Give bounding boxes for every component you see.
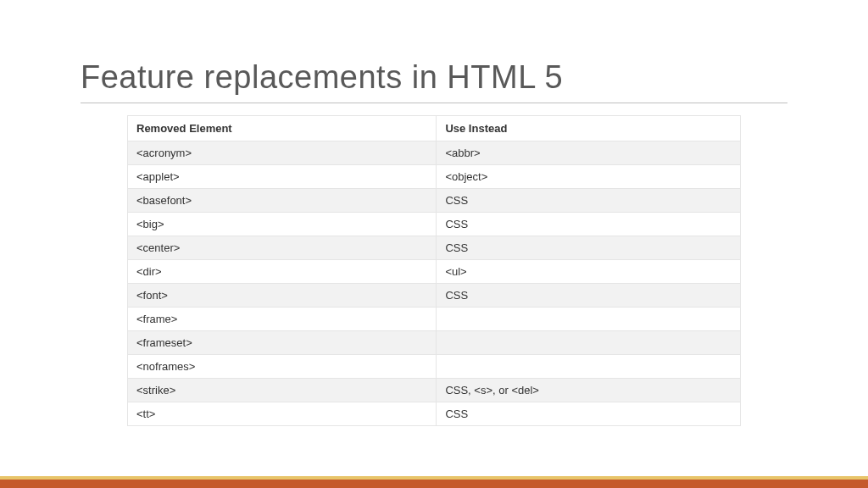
table-row: <acronym><abbr> [128, 141, 741, 165]
cell-removed: <tt> [128, 402, 437, 426]
table-row: <strike>CSS, <s>, or <del> [128, 379, 741, 402]
cell-instead: CSS [437, 284, 741, 308]
cell-removed: <frameset> [128, 331, 437, 355]
slide-content: Feature replacements in HTML 5 Removed E… [0, 0, 868, 426]
cell-removed: <big> [128, 213, 437, 236]
cell-instead: CSS [437, 236, 741, 260]
footer-accent-bar [0, 476, 868, 488]
table-row: <dir><ul> [128, 260, 741, 284]
table-row: <frameset> [128, 331, 741, 355]
cell-removed: <dir> [128, 260, 437, 284]
cell-instead: <object> [437, 165, 741, 189]
cell-instead: CSS [437, 213, 741, 236]
table-row: <tt>CSS [128, 402, 741, 426]
table-row: <center>CSS [128, 236, 741, 260]
cell-instead: <abbr> [437, 141, 741, 165]
cell-removed: <applet> [128, 165, 437, 189]
header-removed: Removed Element [128, 116, 437, 141]
cell-instead: CSS [437, 189, 741, 213]
cell-instead: CSS, <s>, or <del> [437, 379, 741, 402]
cell-removed: <center> [128, 236, 437, 260]
cell-removed: <frame> [128, 308, 437, 331]
header-instead: Use Instead [437, 116, 741, 141]
table-row: <big>CSS [128, 213, 741, 236]
cell-instead [437, 355, 741, 379]
table-header-row: Removed Element Use Instead [128, 116, 741, 141]
table-row: <applet><object> [128, 165, 741, 189]
table-container: Removed Element Use Instead <acronym><ab… [81, 115, 787, 426]
cell-removed: <noframes> [128, 355, 437, 379]
table-row: <noframes> [128, 355, 741, 379]
cell-removed: <strike> [128, 379, 437, 402]
cell-removed: <acronym> [128, 141, 437, 165]
replacement-table: Removed Element Use Instead <acronym><ab… [127, 115, 741, 426]
table-row: <font>CSS [128, 284, 741, 308]
cell-instead [437, 308, 741, 331]
page-title: Feature replacements in HTML 5 [81, 59, 787, 103]
cell-removed: <font> [128, 284, 437, 308]
table-row: <frame> [128, 308, 741, 331]
cell-removed: <basefont> [128, 189, 437, 213]
cell-instead: CSS [437, 402, 741, 426]
table-row: <basefont>CSS [128, 189, 741, 213]
cell-instead: <ul> [437, 260, 741, 284]
cell-instead [437, 331, 741, 355]
